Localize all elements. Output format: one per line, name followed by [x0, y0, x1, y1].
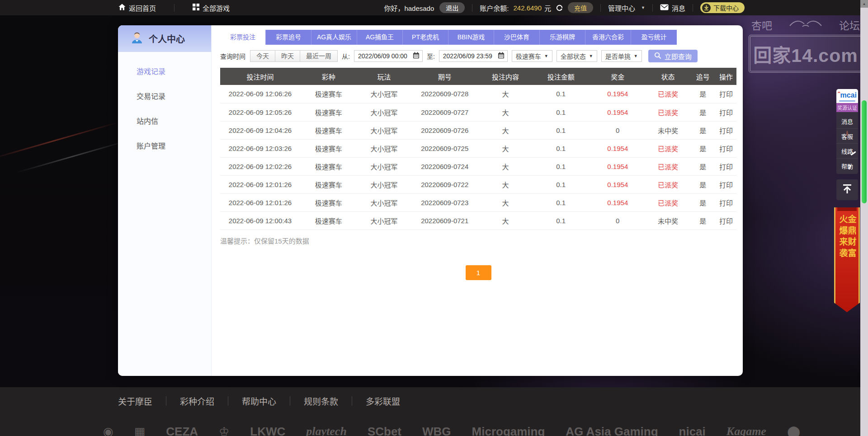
- footer-link-彩种介绍[interactable]: 彩种介绍: [180, 395, 214, 407]
- refresh-balance-icon[interactable]: [556, 4, 563, 12]
- sidebar-item-游戏记录[interactable]: 游戏记录: [118, 58, 211, 83]
- tab-彩票追号[interactable]: 彩票追号: [266, 30, 311, 45]
- greeting-text: 你好，hadesado: [384, 3, 434, 13]
- tab-盈亏统计[interactable]: 盈亏统计: [631, 30, 677, 45]
- content-panel: 彩票投注彩票追号AG真人娱乐AG捕鱼王PT老虎机BBIN游戏沙巴体育乐游棋牌香港…: [212, 25, 743, 376]
- cell-action[interactable]: 打印: [716, 193, 736, 211]
- tab-AG真人娱乐[interactable]: AG真人娱乐: [311, 30, 357, 45]
- from-date-input[interactable]: 2022/06/09 00:00: [354, 50, 423, 62]
- float-item-消息[interactable]: 消息: [836, 114, 858, 129]
- select-是否单挑[interactable]: 是否单挑▼: [601, 50, 642, 62]
- calendar-icon[interactable]: [498, 52, 505, 60]
- search-icon: [654, 52, 661, 61]
- watermark: 杏吧 论坛 回家14.com: [749, 17, 863, 73]
- divider: [228, 396, 228, 406]
- query-time-label: 查询时间: [220, 52, 245, 61]
- back-home-button[interactable]: 返回首页: [118, 3, 156, 13]
- partner-logo: LKWC: [250, 422, 285, 436]
- page-scrollbar[interactable]: ▲: [860, 0, 868, 436]
- cell-action[interactable]: 打印: [716, 85, 736, 103]
- quick-range-最近一周[interactable]: 最近一周: [300, 50, 338, 62]
- cell-action[interactable]: 打印: [716, 211, 736, 230]
- promo-banner[interactable]: 金鼎财富 火爆来袭: [834, 207, 860, 312]
- tab-AG捕鱼王[interactable]: AG捕鱼王: [357, 30, 403, 45]
- home-icon: [118, 4, 126, 12]
- sidebar-item-站内信[interactable]: 站内信: [118, 108, 211, 133]
- tab-bar: 彩票投注彩票追号AG真人娱乐AG捕鱼王PT老虎机BBIN游戏沙巴体育乐游棋牌香港…: [220, 30, 736, 45]
- tab-香港六合彩[interactable]: 香港六合彩: [585, 30, 631, 45]
- tab-沙巴体育[interactable]: 沙巴体育: [494, 30, 540, 45]
- float-item-帮助[interactable]: 帮助: [836, 159, 858, 173]
- page-1-button[interactable]: 1: [466, 265, 491, 280]
- tab-BBIN游戏[interactable]: BBIN游戏: [448, 30, 494, 45]
- watermark-right-text: 论坛: [839, 17, 860, 33]
- table-header-row: 投注时间彩种玩法期号投注内容投注金额奖金状态追号操作: [220, 68, 736, 85]
- cell-prize: 0.1954: [589, 175, 646, 193]
- chevron-down-icon: ▼: [589, 54, 593, 58]
- logout-button[interactable]: 退出: [439, 2, 465, 13]
- tab-彩票投注[interactable]: 彩票投注: [220, 30, 266, 45]
- footer-link-关于摩臣[interactable]: 关于摩臣: [118, 395, 152, 407]
- sidebar-item-账户管理[interactable]: 账户管理: [118, 133, 211, 158]
- footer-link-多彩联盟[interactable]: 多彩联盟: [366, 395, 400, 407]
- column-header-追号: 追号: [690, 68, 716, 85]
- cell-action[interactable]: 打印: [716, 157, 736, 175]
- tab-PT老虎机[interactable]: PT老虎机: [403, 30, 448, 45]
- cell-issue-number: 20220609-0722: [411, 175, 478, 193]
- select-全部状态[interactable]: 全部状态▼: [557, 50, 597, 62]
- footer-link-规则条款[interactable]: 规则条款: [304, 395, 338, 407]
- topbar: 返回首页 全部游戏 你好，hadesado 退出 账户余额: 242.6490 …: [0, 0, 868, 15]
- admin-center-menu[interactable]: 管理中心 ▼: [608, 3, 645, 13]
- partner-logo: ▦: [134, 422, 146, 436]
- float-panel: 消息客服线路帮助: [836, 112, 858, 174]
- table-row: 2022-06-09 12:01:26极速赛车大小冠军20220609-0723…: [220, 193, 736, 211]
- float-item-线路[interactable]: 线路: [836, 144, 858, 159]
- records-table: 投注时间彩种玩法期号投注内容投注金额奖金状态追号操作 2022-06-09 12…: [220, 68, 736, 230]
- chevron-down-icon: ▼: [641, 5, 645, 10]
- search-button-label: 立即查询: [665, 52, 692, 61]
- scroll-up-button[interactable]: ▲: [860, 0, 868, 8]
- wings-flourish-icon: [789, 19, 822, 31]
- download-center-label: 下载中心: [713, 3, 739, 12]
- cell-issue-number: 20220609-0721: [411, 211, 478, 230]
- back-to-top-button[interactable]: [836, 179, 858, 200]
- chevron-down-icon: ▼: [634, 54, 638, 58]
- download-center-button[interactable]: 下载中心: [700, 2, 745, 13]
- logo-underline: [839, 100, 855, 102]
- cell-action[interactable]: 打印: [716, 103, 736, 121]
- column-header-投注金额: 投注金额: [533, 68, 590, 85]
- sidebar-item-交易记录[interactable]: 交易记录: [118, 83, 211, 108]
- float-item-客服[interactable]: 客服: [836, 129, 858, 144]
- calendar-icon[interactable]: [413, 52, 420, 60]
- cell-chase: 是: [690, 85, 716, 103]
- messages-button[interactable]: 消息: [660, 3, 685, 13]
- mail-icon: [660, 4, 669, 12]
- cell-action[interactable]: 打印: [716, 139, 736, 157]
- cell-prize: 0: [589, 211, 646, 230]
- cell-lottery-type: 极速赛车: [300, 139, 357, 157]
- quick-range-今天[interactable]: 今天: [250, 50, 275, 62]
- scrollbar-thumb[interactable]: [862, 100, 867, 203]
- cell-action[interactable]: 打印: [716, 121, 736, 139]
- recharge-button[interactable]: 充值: [568, 2, 593, 13]
- mcai-logo[interactable]: ˆmcai: [836, 89, 858, 103]
- search-button[interactable]: 立即查询: [648, 50, 698, 62]
- cell-bet-time: 2022-06-09 12:02:26: [220, 157, 300, 175]
- grid-icon: [193, 4, 199, 12]
- cell-status: 未中奖: [646, 211, 690, 230]
- balance-unit: 元: [544, 3, 551, 13]
- tab-乐游棋牌[interactable]: 乐游棋牌: [540, 30, 585, 45]
- quick-range-昨天[interactable]: 昨天: [275, 50, 300, 62]
- select-极速赛车[interactable]: 极速赛车▼: [512, 50, 552, 62]
- admin-center-label: 管理中心: [608, 3, 635, 13]
- to-date-input[interactable]: 2022/06/09 23:59: [439, 50, 508, 62]
- footer-link-帮助中心[interactable]: 帮助中心: [242, 395, 276, 407]
- all-games-button[interactable]: 全部游戏: [193, 3, 230, 13]
- sidebar-nav: 游戏记录交易记录站内信账户管理: [118, 52, 211, 158]
- cell-issue-number: 20220609-0727: [411, 103, 478, 121]
- column-header-彩种: 彩种: [300, 68, 357, 85]
- partner-logo: ⬤: [787, 422, 800, 436]
- cell-action[interactable]: 打印: [716, 175, 736, 193]
- cell-play-type: 大小冠军: [357, 121, 411, 139]
- sidebar: 个人中心 游戏记录交易记录站内信账户管理: [118, 25, 212, 376]
